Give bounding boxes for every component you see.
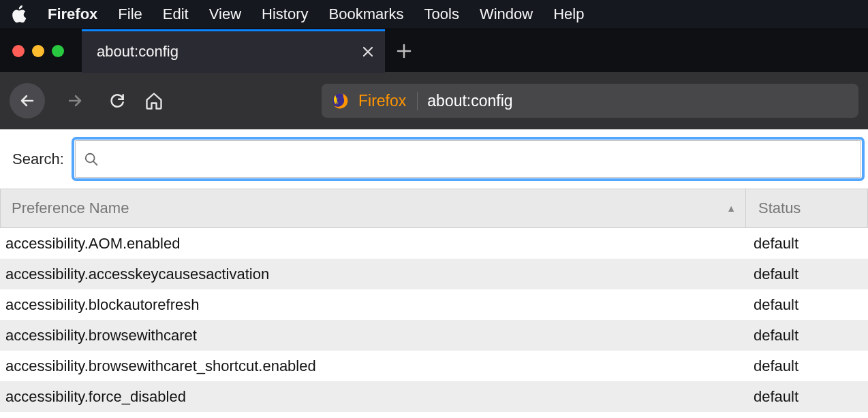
firefox-logo-icon [331,92,349,110]
tab-close-button[interactable] [360,44,375,59]
new-tab-button[interactable] [385,44,423,59]
arrow-left-icon [19,93,35,109]
search-box[interactable] [75,140,861,178]
table-row[interactable]: accessibility.AOM.enableddefault [0,228,868,259]
browser-tab[interactable]: about:config [82,29,385,73]
table-row[interactable]: accessibility.browsewithcaretdefault [0,320,868,351]
search-label: Search: [12,150,64,168]
home-button[interactable] [142,89,166,113]
pref-status: default [747,266,868,283]
window-controls [0,45,82,57]
column-header-status-label: Status [758,199,801,216]
home-icon [144,91,164,110]
column-header-name[interactable]: Preference Name ▲ [1,189,746,227]
search-row: Search: [0,129,868,189]
table-row[interactable]: accessibility.accesskeycausesactivationd… [0,259,868,289]
tab-title: about:config [97,43,179,61]
menubar-tools[interactable]: Tools [424,5,459,23]
menubar-window[interactable]: Window [480,5,533,23]
pref-status: default [747,235,868,253]
url-bar[interactable]: Firefox about:config [322,84,858,118]
pref-status: default [747,388,868,406]
macos-menubar: Firefox File Edit View History Bookmarks… [0,0,868,29]
pref-name: accessibility.accesskeycausesactivation [0,266,747,283]
column-header-name-label: Preference Name [12,199,129,217]
arrow-right-icon [67,93,83,109]
pref-name: accessibility.blockautorefresh [0,296,747,314]
nav-toolbar: Firefox about:config [0,72,868,129]
menubar-bookmarks[interactable]: Bookmarks [328,5,403,23]
search-icon [84,152,99,167]
column-header-status[interactable]: Status [746,199,867,217]
menubar-help[interactable]: Help [553,5,584,23]
close-icon [362,46,374,58]
pref-name: accessibility.AOM.enabled [0,235,747,253]
tab-strip: about:config [0,29,868,72]
menubar-edit[interactable]: Edit [163,5,189,23]
page-content: Search: Preference Name ▲ Status accessi… [0,129,868,412]
search-input[interactable] [106,141,852,177]
pref-name: accessibility.browsewithcaret_shortcut.e… [0,357,747,375]
table-row[interactable]: accessibility.force_disableddefault [0,381,868,412]
table-header: Preference Name ▲ Status [0,189,868,228]
plus-icon [397,44,412,59]
reload-icon [108,92,126,110]
back-button[interactable] [10,83,45,118]
table-row[interactable]: accessibility.blockautorefreshdefault [0,289,868,320]
pref-status: default [747,327,868,344]
apple-logo-icon[interactable] [12,5,27,23]
pref-name: accessibility.force_disabled [0,388,747,406]
urlbar-address: about:config [427,92,512,110]
reload-button[interactable] [105,89,129,113]
table-row[interactable]: accessibility.browsewithcaret_shortcut.e… [0,351,868,381]
pref-status: default [747,357,868,375]
menubar-history[interactable]: History [262,5,308,23]
sort-asc-icon: ▲ [726,203,736,214]
menubar-view[interactable]: View [209,5,241,23]
window-minimize-icon[interactable] [32,45,44,57]
window-close-icon[interactable] [12,45,25,57]
window-zoom-icon[interactable] [52,45,64,57]
prefs-table: Preference Name ▲ Status accessibility.A… [0,189,868,412]
pref-name: accessibility.browsewithcaret [0,327,747,344]
menubar-file[interactable]: File [118,5,142,23]
forward-button[interactable] [57,83,93,118]
menubar-app-name[interactable]: Firefox [48,5,97,23]
pref-status: default [747,296,868,314]
table-body: accessibility.AOM.enableddefault accessi… [0,228,868,412]
urlbar-brand: Firefox [358,92,418,110]
